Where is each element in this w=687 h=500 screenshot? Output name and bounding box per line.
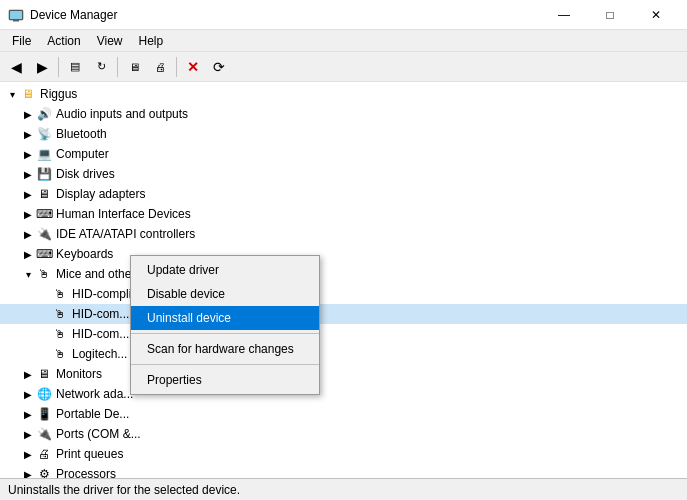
expand-network[interactable]: ▶ — [20, 386, 36, 402]
tree-item-ide[interactable]: ▶ 🔌 IDE ATA/ATAPI controllers — [0, 224, 687, 244]
tree-item-hid-com1[interactable]: 🖱 HID-com... — [0, 304, 687, 324]
disable-button[interactable]: ✕ — [181, 55, 205, 79]
tree-item-portable[interactable]: ▶ 📱 Portable De... — [0, 404, 687, 424]
update-driver-button[interactable]: ↻ — [89, 55, 113, 79]
back-button[interactable]: ◀ — [4, 55, 28, 79]
expand-keyboards[interactable]: ▶ — [20, 246, 36, 262]
ports-icon: 🔌 — [36, 426, 52, 442]
ide-label: IDE ATA/ATAPI controllers — [56, 227, 195, 241]
window-title: Device Manager — [30, 8, 541, 22]
toolbar-separator-1 — [58, 57, 59, 77]
window-controls: — □ ✕ — [541, 0, 679, 30]
tree-item-disk[interactable]: ▶ 💾 Disk drives — [0, 164, 687, 184]
ctx-disable-device[interactable]: Disable device — [131, 282, 319, 306]
svg-rect-1 — [10, 11, 22, 19]
tree-item-keyboards[interactable]: ▶ ⌨ Keyboards — [0, 244, 687, 264]
status-text: Uninstalls the driver for the selected d… — [8, 483, 240, 497]
expand-processors[interactable]: ▶ — [20, 466, 36, 478]
computer-label: Computer — [56, 147, 109, 161]
menu-file[interactable]: File — [4, 32, 39, 50]
ctx-separator-2 — [131, 364, 319, 365]
ide-icon: 🔌 — [36, 226, 52, 242]
maximize-button[interactable]: □ — [587, 0, 633, 30]
network-icon: 🌐 — [36, 386, 52, 402]
tree-item-processors[interactable]: ▶ ⚙ Processors — [0, 464, 687, 478]
ctx-update-driver[interactable]: Update driver — [131, 258, 319, 282]
tree-item-audio[interactable]: ▶ 🔊 Audio inputs and outputs — [0, 104, 687, 124]
disk-icon: 💾 — [36, 166, 52, 182]
title-bar: Device Manager — □ ✕ — [0, 0, 687, 30]
human-label: Human Interface Devices — [56, 207, 191, 221]
toolbar-separator-2 — [117, 57, 118, 77]
toolbar-separator-3 — [176, 57, 177, 77]
ctx-uninstall-device[interactable]: Uninstall device — [131, 306, 319, 330]
audio-icon: 🔊 — [36, 106, 52, 122]
tree-item-root[interactable]: ▾ 🖥 Riggus — [0, 84, 687, 104]
human-icon: ⌨ — [36, 206, 52, 222]
tree-item-human[interactable]: ▶ ⌨ Human Interface Devices — [0, 204, 687, 224]
menu-view[interactable]: View — [89, 32, 131, 50]
tree-item-mice[interactable]: ▾ 🖱 Mice and other pointing devices — [0, 264, 687, 284]
show-all-button[interactable]: 🖥 — [122, 55, 146, 79]
device-tree[interactable]: ▾ 🖥 Riggus ▶ 🔊 Audio inputs and outputs … — [0, 82, 687, 478]
close-button[interactable]: ✕ — [633, 0, 679, 30]
print-icon: 🖨 — [36, 446, 52, 462]
expand-portable[interactable]: ▶ — [20, 406, 36, 422]
logitech-icon: 🖱 — [52, 346, 68, 362]
tree-item-hid-com2[interactable]: 🖱 HID-com... — [0, 324, 687, 344]
logitech-label: Logitech... — [72, 347, 127, 361]
menu-bar: File Action View Help — [0, 30, 687, 52]
tree-item-monitors[interactable]: ▶ 🖥 Monitors — [0, 364, 687, 384]
status-bar: Uninstalls the driver for the selected d… — [0, 478, 687, 500]
tree-item-ports[interactable]: ▶ 🔌 Ports (COM &... — [0, 424, 687, 444]
scan-button[interactable]: ⟳ — [207, 55, 231, 79]
expand-print[interactable]: ▶ — [20, 446, 36, 462]
tree-item-print[interactable]: ▶ 🖨 Print queues — [0, 444, 687, 464]
main-area: ▾ 🖥 Riggus ▶ 🔊 Audio inputs and outputs … — [0, 82, 687, 478]
expand-bluetooth[interactable]: ▶ — [20, 126, 36, 142]
forward-button[interactable]: ▶ — [30, 55, 54, 79]
processors-icon: ⚙ — [36, 466, 52, 478]
expand-computer[interactable]: ▶ — [20, 146, 36, 162]
audio-label: Audio inputs and outputs — [56, 107, 188, 121]
root-label: Riggus — [40, 87, 77, 101]
expand-ide[interactable]: ▶ — [20, 226, 36, 242]
expand-mice[interactable]: ▾ — [20, 266, 36, 282]
expand-disk[interactable]: ▶ — [20, 166, 36, 182]
keyboards-label: Keyboards — [56, 247, 113, 261]
keyboards-icon: ⌨ — [36, 246, 52, 262]
ctx-scan[interactable]: Scan for hardware changes — [131, 337, 319, 361]
toolbar: ◀ ▶ ▤ ↻ 🖥 🖨 ✕ ⟳ — [0, 52, 687, 82]
print-label: Print queues — [56, 447, 123, 461]
tree-item-bluetooth[interactable]: ▶ 📡 Bluetooth — [0, 124, 687, 144]
properties-button[interactable]: ▤ — [63, 55, 87, 79]
expand-human[interactable]: ▶ — [20, 206, 36, 222]
computer-icon: 🖥 — [20, 86, 36, 102]
monitors-label: Monitors — [56, 367, 102, 381]
expand-monitors[interactable]: ▶ — [20, 366, 36, 382]
tree-item-network[interactable]: ▶ 🌐 Network ada... — [0, 384, 687, 404]
tree-item-logitech[interactable]: 🖱 Logitech... — [0, 344, 687, 364]
menu-action[interactable]: Action — [39, 32, 88, 50]
portable-label: Portable De... — [56, 407, 129, 421]
print-button[interactable]: 🖨 — [148, 55, 172, 79]
tree-item-hid-mouse[interactable]: 🖱 HID-compliant mouse — [0, 284, 687, 304]
app-icon — [8, 7, 24, 23]
computer-icon2: 💻 — [36, 146, 52, 162]
display-label: Display adapters — [56, 187, 145, 201]
expand-root[interactable]: ▾ — [4, 86, 20, 102]
hid-com1-icon: 🖱 — [52, 306, 68, 322]
expand-audio[interactable]: ▶ — [20, 106, 36, 122]
monitors-icon: 🖥 — [36, 366, 52, 382]
tree-item-computer[interactable]: ▶ 💻 Computer — [0, 144, 687, 164]
svg-rect-2 — [13, 20, 19, 22]
ctx-properties[interactable]: Properties — [131, 368, 319, 392]
expand-display[interactable]: ▶ — [20, 186, 36, 202]
menu-help[interactable]: Help — [131, 32, 172, 50]
tree-item-display[interactable]: ▶ 🖥 Display adapters — [0, 184, 687, 204]
expand-ports[interactable]: ▶ — [20, 426, 36, 442]
minimize-button[interactable]: — — [541, 0, 587, 30]
ports-label: Ports (COM &... — [56, 427, 141, 441]
display-icon: 🖥 — [36, 186, 52, 202]
mice-icon: 🖱 — [36, 266, 52, 282]
